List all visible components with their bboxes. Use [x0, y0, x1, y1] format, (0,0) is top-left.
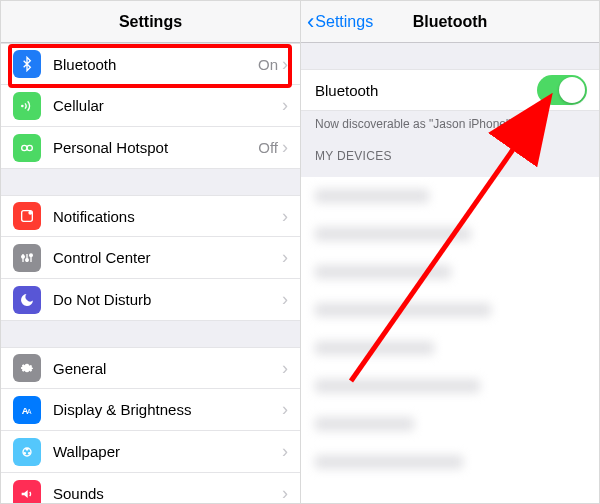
- chevron-right-icon: ›: [282, 289, 288, 310]
- chevron-right-icon: ›: [282, 399, 288, 420]
- bluetooth-toggle[interactable]: [537, 75, 587, 105]
- chevron-right-icon: ›: [282, 441, 288, 462]
- row-label: Display & Brightness: [53, 401, 282, 418]
- row-label: Do Not Disturb: [53, 291, 282, 308]
- row-label: Cellular: [53, 97, 282, 114]
- discoverable-note: Now discoverable as "Jason iPhone".: [301, 111, 599, 131]
- bluetooth-navbar: ‹ Settings Bluetooth: [301, 1, 599, 43]
- settings-row-dnd[interactable]: Do Not Disturb ›: [1, 279, 300, 321]
- settings-row-display[interactable]: AA Display & Brightness ›: [1, 389, 300, 431]
- settings-row-cellular[interactable]: Cellular ›: [1, 85, 300, 127]
- svg-text:A: A: [27, 408, 32, 415]
- settings-row-bluetooth[interactable]: Bluetooth On ›: [1, 43, 300, 85]
- row-value: Off: [258, 139, 278, 156]
- svg-point-14: [26, 448, 29, 451]
- dnd-icon: [13, 286, 41, 314]
- hotspot-icon: [13, 134, 41, 162]
- svg-point-4: [28, 211, 32, 215]
- chevron-left-icon: ‹: [307, 11, 314, 33]
- back-label: Settings: [315, 13, 373, 31]
- svg-point-1: [22, 145, 27, 150]
- wallpaper-icon: [13, 438, 41, 466]
- back-button[interactable]: ‹ Settings: [307, 1, 373, 43]
- chevron-right-icon: ›: [282, 247, 288, 268]
- row-label: Sounds: [53, 485, 282, 502]
- chevron-right-icon: ›: [282, 206, 288, 227]
- row-label: Wallpaper: [53, 443, 282, 460]
- chevron-right-icon: ›: [282, 137, 288, 158]
- row-label: Bluetooth: [53, 56, 258, 73]
- cellular-icon: [13, 92, 41, 120]
- svg-point-8: [26, 258, 29, 261]
- row-label: Personal Hotspot: [53, 139, 258, 156]
- settings-row-notifications[interactable]: Notifications ›: [1, 195, 300, 237]
- row-label: General: [53, 360, 282, 377]
- devices-blurred: [301, 177, 599, 503]
- settings-navbar: Settings: [1, 1, 300, 43]
- svg-point-10: [30, 254, 33, 257]
- settings-row-controlcenter[interactable]: Control Center ›: [1, 237, 300, 279]
- settings-pane: Settings Bluetooth On › Cellular › Perso…: [1, 1, 301, 503]
- chevron-right-icon: ›: [282, 54, 288, 75]
- bluetooth-title: Bluetooth: [413, 13, 488, 31]
- bluetooth-toggle-row: Bluetooth: [301, 69, 599, 111]
- bluetooth-pane: ‹ Settings Bluetooth Bluetooth Now disco…: [301, 1, 599, 503]
- chevron-right-icon: ›: [282, 95, 288, 116]
- svg-point-2: [27, 145, 32, 150]
- gear-icon: [13, 354, 41, 382]
- row-label: Control Center: [53, 249, 282, 266]
- settings-row-hotspot[interactable]: Personal Hotspot Off ›: [1, 127, 300, 169]
- settings-row-general[interactable]: General ›: [1, 347, 300, 389]
- row-label: Notifications: [53, 208, 282, 225]
- sounds-icon: [13, 480, 41, 504]
- toggle-knob: [559, 77, 585, 103]
- toggle-label: Bluetooth: [315, 82, 537, 99]
- notifications-icon: [13, 202, 41, 230]
- settings-row-sounds[interactable]: Sounds ›: [1, 473, 300, 503]
- settings-row-wallpaper[interactable]: Wallpaper ›: [1, 431, 300, 473]
- svg-point-16: [23, 452, 26, 455]
- svg-point-15: [28, 452, 31, 455]
- svg-point-6: [22, 255, 25, 258]
- svg-point-0: [21, 104, 24, 107]
- bluetooth-icon: [13, 50, 41, 78]
- my-devices-header: MY DEVICES: [301, 131, 599, 169]
- display-icon: AA: [13, 396, 41, 424]
- chevron-right-icon: ›: [282, 358, 288, 379]
- chevron-right-icon: ›: [282, 483, 288, 503]
- settings-title: Settings: [119, 13, 182, 31]
- controlcenter-icon: [13, 244, 41, 272]
- row-value: On: [258, 56, 278, 73]
